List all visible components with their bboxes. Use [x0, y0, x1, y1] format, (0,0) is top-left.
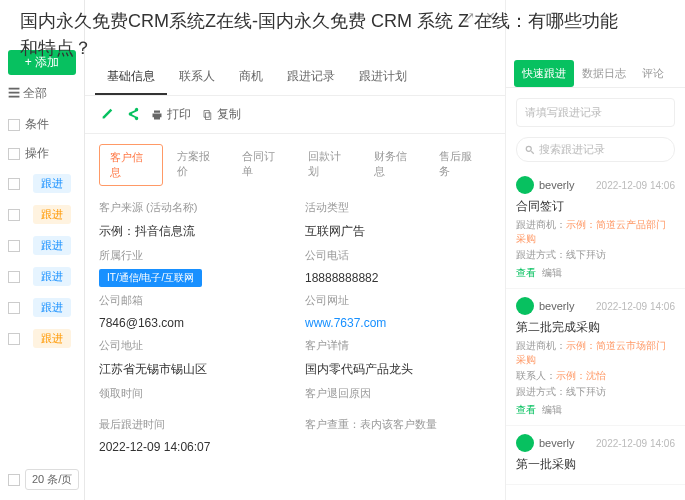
field-source: 客户来源 (活动名称) 示例：抖音信息流 [99, 200, 285, 244]
subtab-quote[interactable]: 方案报价 [167, 144, 229, 186]
follow-tag[interactable]: 跟进 [33, 205, 71, 224]
form-grid: 客户来源 (活动名称) 示例：抖音信息流 活动类型 互联网广告 所属行业 IT/… [85, 196, 505, 462]
checkbox[interactable] [8, 333, 20, 345]
activity-title: 第二批完成采购 [516, 319, 675, 336]
follow-tag[interactable]: 跟进 [33, 174, 71, 193]
field-label: 客户退回原因 [305, 386, 491, 401]
list-item[interactable]: 跟进 [0, 323, 84, 354]
all-filter[interactable]: ☰ 全部 [8, 85, 76, 102]
field-website: 公司网址 www.7637.com [305, 293, 491, 334]
activity-time: 2022-12-09 14:06 [596, 438, 675, 449]
checkbox[interactable] [8, 148, 20, 160]
activity-line: 跟进商机：示例：简道云市场部门采购 [516, 339, 675, 367]
field-label: 客户详情 [305, 338, 491, 353]
field-phone: 公司电话 18888888882 [305, 248, 491, 289]
tab-follow-records[interactable]: 跟进记录 [275, 60, 347, 95]
activity-user: beverly [539, 437, 574, 449]
field-receive-time: 领取时间 [99, 386, 285, 413]
left-sidebar: + 添加 ☰ 全部 条件 操作 跟进 跟进 跟进 跟进 跟进 跟进 20 条/页 [0, 0, 85, 500]
share-icon[interactable] [125, 106, 141, 122]
list-item[interactable]: 跟进 [0, 199, 84, 230]
pagination: 20 条/页 [8, 469, 79, 490]
tab-comments[interactable]: 评论 [634, 60, 672, 87]
tab-follow-plans[interactable]: 跟进计划 [347, 60, 419, 95]
checkbox[interactable] [8, 209, 20, 221]
search-follow-input[interactable]: 搜索跟进记录 [516, 137, 675, 162]
avatar [516, 297, 534, 315]
search-icon [525, 145, 535, 155]
copy-button[interactable]: 复制 [201, 106, 241, 123]
field-value[interactable] [305, 405, 491, 413]
field-value[interactable]: 18888888882 [305, 267, 491, 289]
right-activity-panel: 快速跟进 数据日志 评论 请填写跟进记录 搜索跟进记录 beverly 2022… [505, 0, 685, 500]
field-label: 公司地址 [99, 338, 285, 353]
avatar [516, 434, 534, 452]
tab-contacts[interactable]: 联系人 [167, 60, 227, 95]
field-value[interactable]: 国内零代码产品龙头 [305, 357, 491, 382]
list-item[interactable]: 跟进 [0, 168, 84, 199]
field-activity-type: 活动类型 互联网广告 [305, 200, 491, 244]
main-tab-bar: 基础信息 联系人 商机 跟进记录 跟进计划 [85, 60, 505, 96]
activity-user: beverly [539, 300, 574, 312]
checkbox[interactable] [8, 240, 20, 252]
select-all-checkbox[interactable] [8, 474, 20, 486]
activity-user: beverly [539, 179, 574, 191]
list-item[interactable]: 跟进 [0, 261, 84, 292]
checkbox[interactable] [8, 178, 20, 190]
activity-item: beverly 2022-12-09 14:06 合同签订 跟进商机：示例：简道… [506, 168, 685, 289]
sidebar-filter-row: 条件 [0, 110, 84, 139]
field-label: 活动类型 [305, 200, 491, 215]
follow-tag[interactable]: 跟进 [33, 298, 71, 317]
print-button[interactable]: 打印 [151, 106, 191, 123]
field-label: 所属行业 [99, 248, 285, 263]
follow-tag[interactable]: 跟进 [33, 267, 71, 286]
field-label: 客户查重：表内该客户数量 [305, 417, 491, 432]
view-action[interactable]: 查看 [516, 266, 536, 280]
tab-quick-follow[interactable]: 快速跟进 [514, 60, 574, 87]
list-item[interactable]: 跟进 [0, 292, 84, 323]
page-overlay-title: 国内永久免费CRM系统Z在线-国内永久免费 CRM 系统 Z 在线：有哪些功能和… [20, 8, 620, 62]
field-value[interactable]: 2022-12-09 14:06:07 [99, 436, 285, 458]
industry-tag[interactable]: IT/通信/电子/互联网 [99, 269, 202, 287]
field-value[interactable]: 示例：抖音信息流 [99, 219, 285, 244]
field-label: 领取时间 [99, 386, 285, 401]
filter-label: 条件 [25, 116, 49, 133]
checkbox[interactable] [8, 119, 20, 131]
activity-line: 跟进方式：线下拜访 [516, 385, 675, 399]
field-last-follow: 最后跟进时间 2022-12-09 14:06:07 [99, 417, 285, 458]
right-tab-bar: 快速跟进 数据日志 评论 [506, 60, 685, 88]
edit-action[interactable]: 编辑 [542, 266, 562, 280]
field-label: 客户来源 (活动名称) [99, 200, 285, 215]
main-detail-panel: ⤢ × 基础信息 联系人 商机 跟进记录 跟进计划 打印 复制 客户信息 方案报… [85, 0, 505, 500]
subtab-customer-info[interactable]: 客户信息 [99, 144, 163, 186]
page-size-selector[interactable]: 20 条/页 [25, 469, 79, 490]
follow-tag[interactable]: 跟进 [33, 236, 71, 255]
subtab-payment[interactable]: 回款计划 [298, 144, 360, 186]
subtab-service[interactable]: 售后服务 [429, 144, 491, 186]
view-action[interactable]: 查看 [516, 403, 536, 417]
follow-record-input[interactable]: 请填写跟进记录 [516, 98, 675, 127]
activity-title: 第一批采购 [516, 456, 675, 473]
tab-basic-info[interactable]: 基础信息 [95, 60, 167, 95]
subtab-finance[interactable]: 财务信息 [364, 144, 426, 186]
edit-action[interactable]: 编辑 [542, 403, 562, 417]
svg-point-0 [526, 146, 531, 151]
activity-title: 合同签订 [516, 198, 675, 215]
list-item[interactable]: 跟进 [0, 230, 84, 261]
activity-line: 联系人：示例：沈怡 [516, 369, 675, 383]
website-link[interactable]: www.7637.com [305, 312, 491, 334]
subtab-contract[interactable]: 合同订单 [232, 144, 294, 186]
field-value[interactable]: 江苏省无锡市锡山区 [99, 357, 285, 382]
tab-opportunity[interactable]: 商机 [227, 60, 275, 95]
field-value[interactable] [99, 405, 285, 413]
edit-icon[interactable] [99, 106, 115, 122]
follow-tag[interactable]: 跟进 [33, 329, 71, 348]
tab-data-log[interactable]: 数据日志 [574, 60, 634, 87]
field-value[interactable]: 7846@163.com [99, 312, 285, 334]
field-value[interactable]: 互联网广告 [305, 219, 491, 244]
activity-line: 跟进方式：线下拜访 [516, 248, 675, 262]
checkbox[interactable] [8, 302, 20, 314]
checkbox[interactable] [8, 271, 20, 283]
avatar [516, 176, 534, 194]
field-return-reason: 客户退回原因 [305, 386, 491, 413]
